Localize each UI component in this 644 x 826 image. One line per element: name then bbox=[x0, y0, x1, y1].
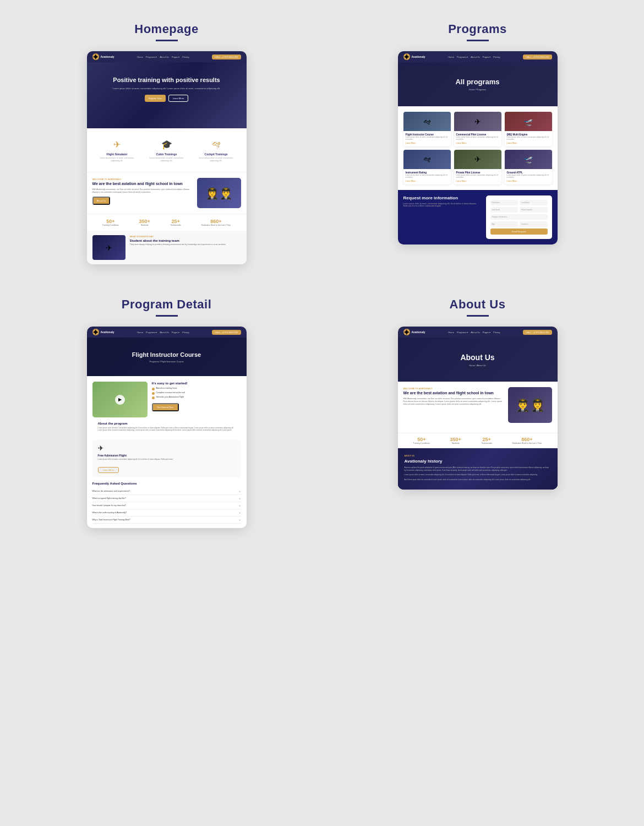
form-email[interactable]: Your Email bbox=[490, 207, 519, 213]
detail-logo-text: Avationaly bbox=[101, 330, 114, 334]
programs-nav: ✦ Avationaly Home Programs ▾ About Us Pa… bbox=[398, 51, 558, 62]
about-stat-testimonials: 25+ Testimonials bbox=[481, 437, 492, 444]
prog-nav-pages[interactable]: Pages ▾ bbox=[483, 56, 490, 58]
about-pilots-placeholder: 👨‍✈️👩‍✈️ bbox=[515, 398, 545, 412]
step-2-bullet bbox=[152, 392, 155, 395]
prog-nav-pricing[interactable]: Pricing bbox=[493, 56, 500, 58]
faq-item-2[interactable]: What is a typical flight training day li… bbox=[92, 495, 241, 502]
services-grid: ✈ Flight Simulator Lorem ipsum dolor sit… bbox=[92, 134, 241, 166]
prog-nav-programs[interactable]: Programs ▾ bbox=[457, 56, 468, 58]
programs-grid: 🛩 Flight Instructor Course Lorem ipsum d… bbox=[398, 106, 558, 190]
programs-hero-title: All programs bbox=[455, 78, 499, 86]
hero-subtitle: Lorem ipsum dolor sit amet, consectetur … bbox=[95, 87, 238, 90]
about-stat-training: 50+ Training Conditions bbox=[413, 437, 430, 444]
nav-link-about[interactable]: About Us bbox=[160, 56, 168, 58]
form-program[interactable]: Program of Interest ▾ bbox=[490, 214, 548, 220]
about-nav-pricing[interactable]: Pricing bbox=[493, 331, 500, 334]
about-nav-cta[interactable]: CALL: +0 879 4643 292 bbox=[523, 330, 552, 335]
history-label: ABOUT US bbox=[405, 455, 551, 457]
program-ppl-desc: Lorem ipsum dolor sit amet, consectetur … bbox=[456, 175, 499, 179]
detail-nav-cta[interactable]: CALL: +0 879 4643 292 bbox=[212, 330, 241, 335]
learn-more-button[interactable]: Learn More bbox=[168, 95, 188, 102]
register-now-button[interactable]: Register Now bbox=[145, 95, 166, 102]
testimonial-content: WHAT STUDENTS SAY Student about the trai… bbox=[130, 235, 241, 246]
nav-link-home[interactable]: Home bbox=[137, 56, 143, 58]
about-top-welcome: WELCOME TO AVATIONALY bbox=[403, 387, 504, 390]
program-card-me[interactable]: 🛫 (ME) Multi Engine Lorem ipsum dolor si… bbox=[505, 112, 552, 146]
faq-question-2: What is a typical flight training day li… bbox=[92, 497, 239, 499]
program-ir-desc: Lorem ipsum dolor sit amet, consectetur … bbox=[406, 175, 449, 179]
program-atpl-link[interactable]: Learn More → bbox=[507, 180, 550, 182]
program-me-link[interactable]: Learn More → bbox=[507, 142, 550, 144]
program-card-ppl[interactable]: ✈ Private Pilot License Lorem ipsum dolo… bbox=[454, 150, 501, 184]
about-top-text: WELCOME TO AVATIONALY We are the best av… bbox=[403, 387, 504, 423]
testimonial-section: ✈ WHAT STUDENTS SAY Student about the tr… bbox=[87, 231, 247, 264]
program-ppl-link[interactable]: Learn More → bbox=[456, 180, 499, 182]
detail-nav-pages[interactable]: Pages ▾ bbox=[172, 331, 179, 334]
about-nav-programs[interactable]: Programs ▾ bbox=[457, 331, 468, 334]
play-button[interactable]: ▶ bbox=[115, 395, 125, 405]
faq-item-4[interactable]: What is the uniform policy at Avationaly… bbox=[92, 509, 241, 517]
service-flight-simulator: ✈ Flight Simulator Lorem ipsum dolor sit… bbox=[98, 138, 137, 162]
about-mini-text: WELCOME TO AVATIONALY We are the best av… bbox=[92, 178, 193, 208]
program-fic-link[interactable]: Learn More → bbox=[406, 142, 449, 144]
detail-nav-programs[interactable]: Programs ▾ bbox=[146, 331, 157, 334]
about-stat-training-num: 50+ bbox=[413, 437, 430, 442]
about-program-title: About the program bbox=[98, 422, 236, 425]
faq-item-1[interactable]: What are the admissions and requirements… bbox=[92, 488, 241, 495]
stat-students: 350+ Students bbox=[139, 219, 150, 226]
step-2: Complete a review test at the end bbox=[152, 392, 241, 395]
nav-link-programs[interactable]: Programs ▾ bbox=[146, 56, 157, 58]
nav-link-pricing[interactable]: Pricing bbox=[182, 56, 189, 58]
faq-question-1: What are the admissions and requirements… bbox=[92, 490, 239, 492]
testimonial-image: ✈ bbox=[92, 235, 125, 260]
detail-nav-pricing[interactable]: Pricing bbox=[182, 331, 189, 334]
program-card-cpl[interactable]: ✈ Commercial Pilot License Lorem ipsum d… bbox=[454, 112, 501, 146]
history-text-1: Avionics explains the great satisfaction… bbox=[405, 466, 551, 471]
about-us-button[interactable]: About Us bbox=[92, 197, 110, 205]
program-ir-link[interactable]: Learn More → bbox=[406, 180, 449, 182]
program-fic-image: 🛩 bbox=[403, 112, 451, 131]
stat-students-label: Students bbox=[139, 224, 150, 226]
about-nav-about[interactable]: About Us bbox=[471, 331, 479, 334]
program-card-fic[interactable]: 🛩 Flight Instructor Course Lorem ipsum d… bbox=[403, 112, 451, 146]
faq-item-3[interactable]: How should I prepare for my class first?… bbox=[92, 502, 241, 509]
faq-item-5[interactable]: Why is Total Immersion Flight Training B… bbox=[92, 517, 241, 524]
stat-testimonials-number: 25+ bbox=[170, 219, 181, 224]
cockpit-trainings-desc: Lorem ipsum dolor sit amet, consectetur … bbox=[197, 157, 236, 162]
nav-cta[interactable]: CALL: +0 879 4643 292 bbox=[212, 55, 241, 59]
programs-logo-text: Avationaly bbox=[412, 55, 425, 58]
about-nav-pages[interactable]: Pages ▾ bbox=[483, 331, 490, 334]
faq-chevron-3: + bbox=[239, 504, 241, 507]
flight-simulator-title: Flight Simulator bbox=[98, 153, 137, 156]
program-cpl-link[interactable]: Learn More → bbox=[456, 142, 499, 144]
detail-nav-about[interactable]: About Us bbox=[160, 331, 168, 334]
form-submit-btn[interactable]: Send Request bbox=[490, 229, 548, 235]
step-1-text: Attend our training hours bbox=[156, 387, 177, 389]
request-title: Request more information bbox=[403, 195, 482, 200]
about-stat-students: 350+ Students bbox=[450, 437, 461, 444]
form-country[interactable]: Country ▾ bbox=[520, 221, 548, 227]
programs-nav-cta[interactable]: CALL: +0 879 4643 292 bbox=[523, 55, 552, 59]
programs-hero: All programs Home / Programs bbox=[398, 62, 558, 106]
detail-nav-home[interactable]: Home bbox=[137, 331, 143, 334]
form-first-name[interactable]: First Name bbox=[490, 200, 519, 205]
program-me-desc: Lorem ipsum dolor sit amet, consectetur … bbox=[507, 137, 550, 141]
prog-nav-about[interactable]: About Us bbox=[471, 56, 479, 58]
faq-chevron-2: + bbox=[239, 497, 241, 500]
free-admission-btn[interactable]: Learn More bbox=[98, 467, 119, 473]
form-age[interactable]: Age bbox=[490, 221, 519, 227]
free-admission-desc: Lorem ipsum dolor sit amet, consectetur … bbox=[98, 458, 236, 460]
form-last-name[interactable]: Last Name bbox=[520, 200, 548, 205]
prog-nav-home[interactable]: Home bbox=[448, 56, 454, 58]
get-started-button[interactable]: Get Started Now bbox=[152, 403, 179, 411]
stat-graduates-number: 860+ bbox=[201, 219, 231, 224]
program-card-ir[interactable]: 🛩 Instrument Rating Lorem ipsum dolor si… bbox=[403, 150, 451, 184]
detail-logo-icon: ✦ bbox=[92, 329, 99, 335]
form-phone[interactable]: Phone Number bbox=[520, 207, 548, 213]
program-card-atpl[interactable]: 🛫 Ground-ATPL Lorem ipsum dolor sit amet… bbox=[505, 150, 552, 184]
faq-section: Frequently Asked Questions What are the … bbox=[87, 482, 247, 528]
nav-link-pages[interactable]: Pages ▾ bbox=[172, 56, 179, 58]
about-nav-home[interactable]: Home bbox=[448, 331, 454, 334]
program-ir-info: Instrument Rating Lorem ipsum dolor sit … bbox=[403, 169, 451, 184]
